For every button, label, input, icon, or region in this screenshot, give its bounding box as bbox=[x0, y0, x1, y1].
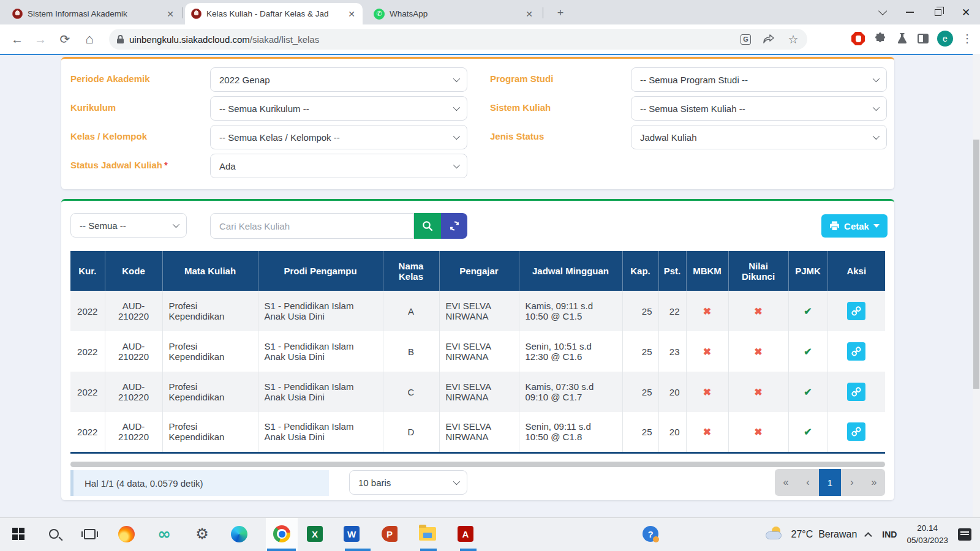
check-icon: ✔ bbox=[804, 387, 812, 397]
profile-avatar[interactable]: e bbox=[937, 31, 953, 47]
address-bar[interactable]: uinbengkulu.siakadcloud.com/siakad/list_… bbox=[109, 29, 807, 50]
whatsapp-favicon-icon: ✆ bbox=[374, 9, 385, 20]
chevron-down-icon bbox=[453, 75, 460, 82]
adblock-icon[interactable] bbox=[851, 32, 865, 45]
search-input[interactable] bbox=[210, 213, 414, 239]
acrobat-button[interactable]: A bbox=[452, 522, 479, 546]
tab-title: Kelas Kuliah - Daftar Kelas & Jad bbox=[206, 9, 342, 18]
settings-button[interactable]: ⚙ bbox=[189, 522, 216, 546]
tray-chevron-up-icon[interactable] bbox=[864, 532, 872, 540]
share-icon[interactable] bbox=[762, 32, 775, 46]
pagination-page-1-button[interactable]: 1 bbox=[819, 469, 841, 496]
link-icon bbox=[851, 306, 861, 316]
tab-close-icon[interactable]: ✕ bbox=[524, 9, 534, 19]
col-kap: Kap. bbox=[622, 251, 658, 291]
clock[interactable]: 20.1405/03/2023 bbox=[907, 522, 948, 546]
chrome-button-active[interactable] bbox=[266, 518, 298, 551]
cetak-button[interactable]: Cetak bbox=[821, 214, 888, 238]
kurikulum-select[interactable]: -- Semua Kurikulum -- bbox=[210, 96, 467, 121]
tab-search-chevron-icon[interactable] bbox=[867, 0, 895, 24]
periode-akademik-select[interactable]: 2022 Genap bbox=[210, 67, 467, 92]
notification-center-icon[interactable] bbox=[958, 528, 971, 541]
detail-link-button[interactable] bbox=[847, 302, 865, 320]
new-tab-button[interactable]: + bbox=[553, 6, 568, 20]
back-button[interactable]: ← bbox=[9, 31, 26, 48]
filter-label: Kelas / Kelompok bbox=[70, 131, 147, 141]
infinity-app-button[interactable]: ∞ bbox=[151, 522, 178, 546]
cross-icon: ✖ bbox=[754, 347, 762, 357]
col-pengajar: Pengajar bbox=[439, 251, 519, 291]
scrollbar-thumb[interactable] bbox=[973, 140, 979, 389]
page-content: Periode Akademik 2022 Genap Kurikulum --… bbox=[0, 54, 980, 517]
tab-close-icon[interactable]: ✕ bbox=[347, 9, 356, 19]
windows-logo-icon bbox=[12, 528, 24, 540]
pagination: « ‹ 1 › » bbox=[775, 469, 885, 496]
forward-button[interactable]: → bbox=[32, 31, 49, 48]
pagination-prev-button[interactable]: ‹ bbox=[797, 469, 819, 496]
pagination-last-button[interactable]: » bbox=[863, 469, 885, 496]
window-minimize-button[interactable] bbox=[895, 0, 924, 24]
detail-link-button[interactable] bbox=[847, 342, 865, 361]
kelas-kelompok-select[interactable]: -- Semua Kelas / Kelompok -- bbox=[210, 125, 467, 149]
window-restore-button[interactable] bbox=[924, 0, 952, 24]
firefox-button[interactable] bbox=[113, 522, 140, 546]
tab-kelas-kuliah-active[interactable]: Kelas Kuliah - Daftar Kelas & Jad ✕ bbox=[185, 3, 363, 24]
url-text: uinbengkulu.siakadcloud.com/siakad/list_… bbox=[129, 34, 319, 45]
status-jadwal-select[interactable]: Ada bbox=[210, 154, 467, 178]
chevron-down-icon bbox=[873, 104, 880, 111]
powerpoint-button[interactable]: P bbox=[376, 522, 403, 546]
program-studi-select[interactable]: -- Semua Program Studi -- bbox=[631, 67, 887, 92]
browser-menu-icon[interactable]: ⋮ bbox=[962, 32, 973, 45]
folder-icon bbox=[419, 527, 436, 541]
reload-button[interactable]: ⟳ bbox=[56, 31, 74, 48]
semua-filter-select[interactable]: -- Semua -- bbox=[70, 213, 187, 238]
detail-link-button[interactable] bbox=[847, 383, 865, 401]
weather-widget[interactable]: 27°C Berawan bbox=[766, 528, 858, 541]
help-tray-button[interactable]: ? bbox=[637, 522, 664, 546]
home-button[interactable]: ⌂ bbox=[81, 31, 98, 48]
start-button[interactable] bbox=[5, 522, 32, 546]
excel-button[interactable]: X bbox=[301, 522, 328, 546]
window-close-button[interactable]: ✕ bbox=[952, 0, 980, 24]
word-button[interactable]: W bbox=[338, 522, 365, 546]
cross-icon: ✖ bbox=[754, 387, 762, 397]
pagination-next-button[interactable]: › bbox=[841, 469, 863, 496]
edge-button[interactable] bbox=[225, 522, 252, 546]
sistem-kuliah-select[interactable]: -- Semua Sistem Kuliah -- bbox=[631, 96, 887, 121]
cross-icon: ✖ bbox=[754, 427, 762, 437]
jenis-status-select[interactable]: Jadwal Kuliah bbox=[631, 125, 887, 149]
translate-icon[interactable]: G bbox=[741, 34, 751, 45]
taskbar-search-button[interactable] bbox=[40, 522, 67, 546]
refresh-button[interactable] bbox=[441, 213, 467, 239]
filter-label: Program Studi bbox=[490, 73, 553, 84]
language-indicator[interactable]: IND bbox=[882, 530, 897, 539]
bookmark-star-icon[interactable]: ☆ bbox=[786, 32, 800, 46]
pagination-first-button[interactable]: « bbox=[775, 469, 797, 496]
chrome-icon bbox=[273, 525, 290, 542]
extensions-puzzle-icon[interactable] bbox=[873, 32, 887, 45]
flask-icon[interactable] bbox=[895, 32, 909, 45]
uin-favicon-icon bbox=[191, 9, 202, 19]
col-prodi: Prodi Pengampu bbox=[258, 251, 383, 291]
table-horizontal-scrollbar[interactable] bbox=[70, 462, 885, 467]
detail-link-button[interactable] bbox=[847, 422, 865, 441]
edge-icon bbox=[231, 526, 247, 542]
cross-icon: ✖ bbox=[703, 427, 711, 437]
filter-label: Kurikulum bbox=[70, 102, 116, 113]
task-view-button[interactable] bbox=[76, 522, 103, 546]
weather-cloud-icon bbox=[766, 528, 785, 541]
tab-sistem-informasi[interactable]: Sistem Informasi Akademik ✕ bbox=[6, 3, 181, 24]
tab-whatsapp[interactable]: ✆ WhatsApp ✕ bbox=[368, 3, 540, 24]
browser-scrollbar[interactable] bbox=[973, 54, 980, 517]
search-button[interactable] bbox=[414, 213, 441, 239]
tab-close-icon[interactable]: ✕ bbox=[165, 9, 175, 19]
filter-label: Periode Akademik bbox=[70, 73, 150, 84]
file-explorer-button[interactable] bbox=[414, 522, 441, 546]
rows-per-page-select[interactable]: 10 baris bbox=[349, 470, 467, 495]
kelas-table: Kur. Kode Mata Kuliah Prodi Pengampu Nam… bbox=[70, 251, 885, 454]
cross-icon: ✖ bbox=[703, 306, 711, 317]
infinity-icon: ∞ bbox=[157, 525, 171, 543]
uin-favicon-icon bbox=[12, 9, 23, 19]
side-panel-icon[interactable] bbox=[918, 34, 929, 43]
filter-label: Jenis Status bbox=[490, 131, 544, 141]
